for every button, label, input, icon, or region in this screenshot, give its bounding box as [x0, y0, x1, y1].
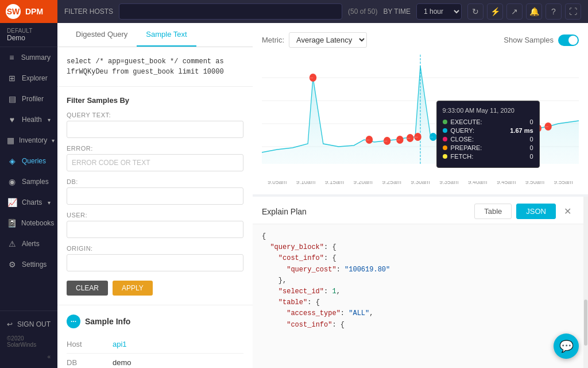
json-tab-button[interactable]: JSON — [516, 204, 556, 219]
show-samples-toggle[interactable] — [558, 34, 579, 46]
profiler-icon: ▤ — [7, 94, 17, 103]
filter-hosts-input[interactable] — [119, 3, 342, 20]
tooltip-row-prepare: PREPARE: 0 — [443, 144, 533, 151]
sidebar-collapse-button[interactable]: « — [0, 350, 57, 363]
tab-digested-query[interactable]: Digested Query — [67, 23, 137, 47]
fetch-value: 0 — [529, 153, 533, 160]
sidebar-item-profiler[interactable]: ▤ Profiler — [0, 89, 57, 109]
filter-label-query-text: QUERY TEXT: — [67, 112, 243, 118]
chevron-down-icon: ▾ — [48, 117, 51, 123]
sidebar-item-notebooks[interactable]: 📓 Notebooks — [0, 213, 57, 233]
table-tab-button[interactable]: Table — [474, 204, 512, 219]
notification-button[interactable]: 🔔 — [526, 3, 542, 20]
apply-button[interactable]: APPLY — [113, 281, 153, 296]
filter-field-user: USER: — [67, 212, 243, 238]
scroll-thumb[interactable] — [584, 300, 587, 346]
chart-tooltip: 9:33:00 AM May 11, 2020 EXECUTE: 0 QUERY… — [436, 101, 540, 168]
share-button[interactable]: ↗ — [506, 3, 523, 20]
filter-input-error[interactable] — [67, 154, 243, 171]
tooltip-row-query: QUERY: 1.67 ms — [443, 127, 533, 134]
filter-field-query-text: QUERY TEXT: — [67, 112, 243, 138]
filter-input-origin[interactable] — [67, 254, 243, 271]
filter-label-user: USER: — [67, 212, 243, 218]
sidebar-item-label: Notebooks — [21, 219, 54, 227]
prepare-label: PREPARE: — [451, 144, 527, 151]
sidebar-item-label: Alerts — [22, 240, 40, 248]
query-text-display: select /* app=guest_book */ comment as l… — [57, 47, 253, 87]
explorer-icon: ⊞ — [7, 74, 17, 83]
query-label: QUERY: — [451, 127, 507, 134]
queries-icon: ◈ — [7, 156, 17, 166]
explain-plan-title: Explain Plan — [262, 207, 307, 216]
scroll-bar[interactable] — [583, 197, 588, 368]
account-default-label: DEFAULT — [7, 28, 51, 34]
fullscreen-button[interactable]: ⛶ — [565, 3, 581, 20]
prepare-dot — [443, 145, 447, 150]
samples-icon: ◉ — [7, 177, 17, 186]
time-range-select[interactable]: 1 hour 15 min 30 min 3 hours 6 hours — [416, 3, 462, 20]
filter-buttons: CLEAR APPLY — [67, 281, 243, 296]
sidebar-item-queries[interactable]: ◈ Queries — [0, 151, 57, 171]
filter-input-user[interactable] — [67, 221, 243, 238]
help-button[interactable]: ? — [546, 3, 562, 20]
close-explain-plan-button[interactable]: ✕ — [560, 205, 574, 218]
filter-section: Filter Samples By QUERY TEXT: ERROR: DB:… — [57, 87, 253, 305]
sidebar-item-summary[interactable]: ≡ Summary — [0, 47, 57, 68]
sign-out-label: SIGN OUT — [17, 320, 51, 328]
clear-button[interactable]: CLEAR — [67, 281, 108, 296]
activity-button[interactable]: ⚡ — [487, 3, 503, 20]
sidebar-item-label: Charts — [22, 198, 42, 206]
sample-info-section: ··· Sample Info Host api1 DB demo User d… — [57, 305, 253, 368]
charts-icon: 📈 — [7, 198, 17, 207]
metric-label: Metric: — [262, 36, 284, 44]
sidebar-item-label: Settings — [22, 260, 47, 269]
query-value: 1.67 ms — [510, 127, 533, 134]
metric-select[interactable]: Average Latency — [289, 32, 367, 48]
tooltip-row-execute: EXECUTE: 0 — [443, 118, 533, 125]
chart-header: Metric: Average Latency Show Samples — [262, 32, 579, 48]
app-logo: SW DPM — [0, 0, 57, 23]
svg-text:···: ··· — [384, 139, 387, 144]
health-icon: ♥ — [7, 115, 17, 124]
chart-container: ··· ··· ··· ··· ··· ··· ··· ··· ··· ··· … — [262, 55, 579, 181]
sidebar-item-inventory[interactable]: ▦ Inventory ▾ — [0, 130, 57, 151]
sidebar-bottom: ↩ SIGN OUT ©2020 SolarWinds « — [0, 310, 57, 368]
svg-text:···: ··· — [310, 75, 313, 81]
chart-metric: Metric: Average Latency — [262, 32, 367, 48]
logo-icon: SW — [6, 4, 21, 19]
svg-text:···: ··· — [407, 136, 411, 141]
sidebar-item-alerts[interactable]: ⚠ Alerts — [0, 233, 57, 254]
tab-sample-text[interactable]: Sample Text — [137, 23, 196, 47]
filter-label-origin: ORIGIN: — [67, 245, 243, 252]
svg-text:···: ··· — [430, 135, 434, 140]
sign-out-button[interactable]: ↩ SIGN OUT — [0, 316, 57, 333]
close-dot — [443, 137, 447, 141]
filter-field-error: ERROR: — [67, 145, 243, 171]
sidebar-item-samples[interactable]: ◉ Samples — [0, 171, 57, 192]
show-samples-control: Show Samples — [504, 34, 579, 46]
host-link[interactable]: api1 — [113, 340, 127, 348]
filter-input-db[interactable] — [67, 187, 243, 205]
content-area: Digested Query Sample Text select /* app… — [57, 23, 588, 368]
filter-label-db: DB: — [67, 178, 243, 185]
sidebar-item-explorer[interactable]: ⊞ Explorer — [0, 68, 57, 89]
sample-info-title: ··· Sample Info — [67, 315, 243, 328]
topbar: FILTER HOSTS (50 of 50) BY TIME 1 hour 1… — [57, 0, 588, 23]
sidebar-item-label: Summary — [21, 53, 51, 62]
sidebar-item-health[interactable]: ♥ Health ▾ — [0, 109, 57, 130]
sidebar-item-settings[interactable]: ⚙ Settings — [0, 254, 57, 275]
svg-text:···: ··· — [366, 137, 369, 143]
refresh-button[interactable]: ↻ — [467, 3, 483, 20]
chevron-down-icon: ▾ — [52, 137, 55, 144]
sidebar-copyright: ©2020 SolarWinds — [0, 333, 57, 350]
sidebar-item-charts[interactable]: 📈 Charts ▾ — [0, 192, 57, 213]
execute-dot — [443, 120, 447, 124]
sidebar-item-label: Queries — [22, 157, 46, 165]
chat-widget-button[interactable]: 💬 — [554, 334, 579, 359]
execute-value: 0 — [529, 118, 533, 125]
filter-input-query-text[interactable] — [67, 121, 243, 138]
tooltip-row-close: CLOSE: 0 — [443, 136, 533, 143]
alerts-icon: ⚠ — [7, 239, 17, 248]
tooltip-timestamp: 9:33:00 AM May 11, 2020 — [443, 107, 533, 114]
filter-hosts-label: FILTER HOSTS — [64, 7, 113, 16]
